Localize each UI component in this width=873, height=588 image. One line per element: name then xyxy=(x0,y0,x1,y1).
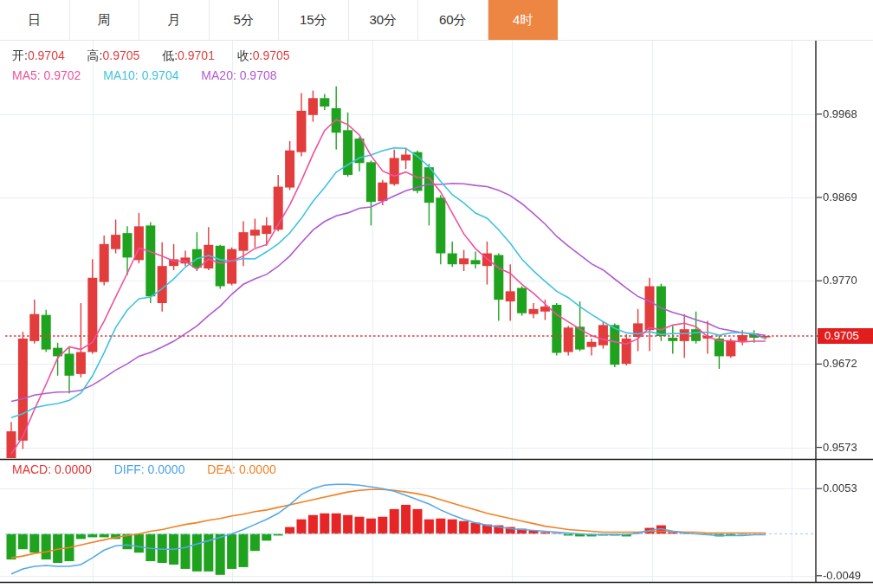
tab-5min[interactable]: 5分 xyxy=(210,0,280,40)
macd-axis-label: 0.0053 xyxy=(823,481,873,495)
tab-30min[interactable]: 30分 xyxy=(349,0,419,40)
tab-day[interactable]: 日 xyxy=(0,0,70,40)
y-axis-label: 0.9573 xyxy=(823,441,873,455)
tab-week[interactable]: 周 xyxy=(70,0,140,40)
high-readout: 高:0.9705 xyxy=(87,48,140,62)
ohlc-legend: 开:0.9704 高:0.9705 低:0.9701 收:0.9705 xyxy=(12,48,309,64)
ma10-readout: MA10: 0.9704 xyxy=(103,68,178,82)
macd-legend: MACD: 0.0000 DIFF: 0.0000 DEA: 0.0000 xyxy=(12,462,295,476)
interval-tabbar: 日 周 月 5分 15分 30分 60分 4时 xyxy=(0,0,873,41)
ma-legend: MA5: 0.9702 MA10: 0.9704 MA20: 0.9708 xyxy=(12,68,296,82)
tab-15min[interactable]: 15分 xyxy=(279,0,349,40)
candlestick-chart-canvas[interactable] xyxy=(0,0,873,588)
tab-4hour[interactable]: 4时 xyxy=(488,0,559,40)
y-axis-label: 0.9968 xyxy=(823,107,873,121)
dea-readout: DEA: 0.0000 xyxy=(207,462,275,476)
macd-axis-label: -0.0049 xyxy=(823,569,873,583)
ma20-readout: MA20: 0.9708 xyxy=(201,68,276,82)
last-price-tag: 0.9705 xyxy=(818,328,873,344)
low-readout: 低:0.9701 xyxy=(162,48,215,62)
y-axis-label: 0.9869 xyxy=(823,191,873,204)
open-readout: 开:0.9704 xyxy=(12,48,65,62)
y-axis-label: 0.9770 xyxy=(823,274,873,288)
tab-month[interactable]: 月 xyxy=(139,0,210,40)
tab-60min[interactable]: 60分 xyxy=(418,0,488,40)
diff-readout: DIFF: 0.0000 xyxy=(114,462,185,476)
y-axis-label: 0.9672 xyxy=(823,357,873,371)
trading-chart-app: 日 周 月 5分 15分 30分 60分 4时 开:0.9704 高:0.970… xyxy=(0,0,873,588)
close-readout: 收:0.9705 xyxy=(237,48,290,62)
macd-readout: MACD: 0.0000 xyxy=(12,462,92,476)
ma5-readout: MA5: 0.9702 xyxy=(12,68,81,82)
